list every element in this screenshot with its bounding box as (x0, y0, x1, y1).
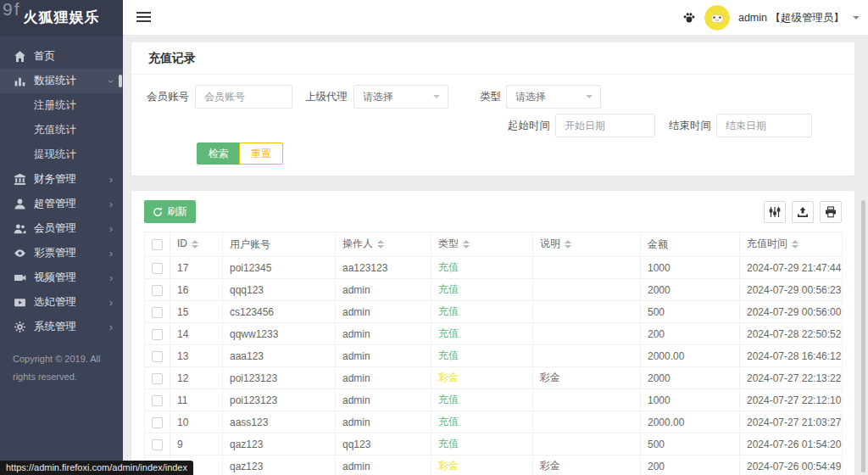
search-button[interactable]: 检索 (197, 142, 241, 165)
row-checkbox[interactable] (152, 373, 163, 384)
cell-account: aaa123 (223, 345, 336, 367)
sidebar-item-label: 首页 (34, 49, 55, 64)
column-header: 金额 (641, 232, 740, 257)
cell-amount: 2000 (641, 279, 740, 301)
row-checkbox[interactable] (152, 417, 163, 428)
cell-amount: 500 (641, 301, 740, 323)
type-badge: 充值 (438, 416, 459, 428)
sort-icon[interactable] (463, 237, 470, 252)
records-table: ID用户账号操作人类型说明金额充值时间 17poi12345aa123123充值… (144, 232, 843, 475)
agent-select[interactable]: 请选择 (353, 85, 448, 109)
sidebar-item-label: 选妃管理 (34, 295, 76, 310)
cell-time: 2024-07-28 16:46:12 (740, 345, 843, 367)
column-header[interactable]: 类型 (431, 232, 533, 257)
end-date-input[interactable] (716, 114, 812, 137)
row-checkbox[interactable] (152, 285, 163, 296)
cell-time: 2024-07-27 22:12:10 (740, 389, 843, 411)
cell-time: 2024-07-27 22:13:22 (740, 367, 843, 389)
filter-columns-icon[interactable] (764, 201, 786, 223)
sidebar-scrollbar-thumb[interactable] (119, 75, 122, 87)
cell-account: qaz123 (223, 455, 336, 475)
cell-account: qaz123 (223, 433, 336, 455)
table-row: 9qaz123qq123充值5002024-07-26 01:54:20 (145, 433, 843, 455)
cell-operator: qq123 (336, 433, 431, 455)
type-select[interactable]: 请选择 (506, 85, 601, 109)
sort-icon[interactable] (192, 237, 198, 252)
select-all-cell (145, 232, 170, 257)
type-badge: 充值 (438, 327, 459, 339)
sidebar-subitem[interactable]: 充值统计 (0, 118, 123, 142)
chevron-right-icon: › (109, 273, 113, 283)
export-icon[interactable] (792, 201, 814, 223)
row-checkbox[interactable] (152, 263, 163, 274)
cell-operator: admin (336, 301, 431, 323)
sidebar-item[interactable]: 超管管理› (0, 192, 123, 216)
sort-icon[interactable] (792, 237, 798, 252)
column-header[interactable]: 操作人 (336, 232, 431, 257)
sort-icon[interactable] (565, 237, 571, 252)
theme-icon[interactable] (682, 11, 696, 25)
select-all-checkbox[interactable] (152, 239, 163, 250)
cell-note (533, 389, 641, 411)
menu-toggle-icon[interactable] (136, 12, 151, 25)
avatar[interactable] (704, 5, 730, 31)
row-checkbox[interactable] (152, 329, 163, 340)
column-header[interactable]: 说明 (533, 232, 641, 257)
row-checkbox[interactable] (152, 395, 163, 406)
chevron-down-icon (586, 95, 593, 102)
table-toolbar: 刷新 (131, 191, 854, 229)
refresh-button[interactable]: 刷新 (144, 200, 196, 223)
member-account-input[interactable] (195, 85, 292, 109)
topbar: admin 【超级管理员】 (123, 0, 868, 36)
row-checkbox[interactable] (152, 351, 163, 362)
table-row: 12poi123123admin彩金彩金20002024-07-27 22:13… (145, 367, 843, 389)
cell-id: 16 (170, 279, 223, 301)
sidebar-subitem[interactable]: 注册统计 (0, 93, 123, 118)
cell-amount: 200 (641, 323, 740, 345)
reset-button[interactable]: 重置 (239, 142, 283, 165)
cell-note (533, 433, 641, 455)
print-icon[interactable] (820, 201, 842, 223)
cell-time: 2024-07-29 00:56:00 (740, 301, 843, 323)
sidebar-item[interactable]: 视频管理› (0, 265, 123, 290)
column-header[interactable]: 充值时间 (740, 232, 843, 257)
type-badge: 彩金 (438, 372, 459, 383)
cell-account: cs123456 (223, 301, 336, 323)
cell-id: 10 (170, 411, 223, 433)
cell-account: qqww1233 (223, 323, 336, 345)
sort-icon[interactable] (377, 237, 384, 252)
sidebar-item-label: 超管管理 (34, 197, 76, 211)
main-content: 充值记录 会员账号 上级代理 请选择 类型 请选择 起始时间 结束时间 检索 重… (123, 36, 868, 475)
table-row: 13aaa123admin充值2000.002024-07-28 16:46:1… (145, 345, 843, 367)
cell-note (533, 323, 641, 345)
table-row: 15cs123456admin充值5002024-07-29 00:56:00 (145, 301, 843, 323)
sidebar-subitem[interactable]: 提现统计 (0, 142, 123, 167)
sidebar-item-label: 彩票管理 (34, 246, 76, 260)
cell-operator: admin (336, 389, 431, 411)
cell-amount: 2000 (641, 367, 740, 389)
film-icon (14, 296, 26, 309)
sidebar-item[interactable]: 系统管理› (0, 315, 123, 339)
sidebar: 火狐狸娱乐 首页数据统计›注册统计充值统计提现统计财务管理›超管管理›会员管理›… (0, 0, 123, 475)
cell-operator: admin (336, 323, 431, 345)
sidebar-item[interactable]: 数据统计› (0, 69, 123, 93)
type-badge: 充值 (438, 305, 459, 317)
search-panel: 充值记录 会员账号 上级代理 请选择 类型 请选择 起始时间 结束时间 检索 重… (131, 42, 854, 176)
sidebar-item[interactable]: 财务管理› (0, 167, 123, 192)
row-checkbox[interactable] (152, 439, 163, 450)
column-header[interactable]: ID (170, 232, 223, 257)
start-date-input[interactable] (555, 114, 655, 137)
user-menu[interactable]: admin 【超级管理员】 (738, 11, 844, 25)
start-time-label: 起始时间 (503, 114, 550, 137)
table-row: 16qqq123admin充值20002024-07-29 00:56:23 (145, 279, 843, 301)
sidebar-item[interactable]: 彩票管理› (0, 241, 123, 265)
sidebar-item[interactable]: 会员管理› (0, 216, 123, 241)
row-checkbox[interactable] (152, 307, 163, 318)
admin-icon (14, 198, 26, 210)
page-scrollbar-thumb[interactable] (861, 200, 865, 472)
sidebar-item[interactable]: 选妃管理› (0, 290, 123, 315)
chevron-right-icon: › (109, 224, 113, 234)
sidebar-item[interactable]: 首页 (0, 44, 123, 69)
chevron-down-icon[interactable] (853, 16, 860, 23)
chevron-right-icon: › (109, 199, 113, 210)
